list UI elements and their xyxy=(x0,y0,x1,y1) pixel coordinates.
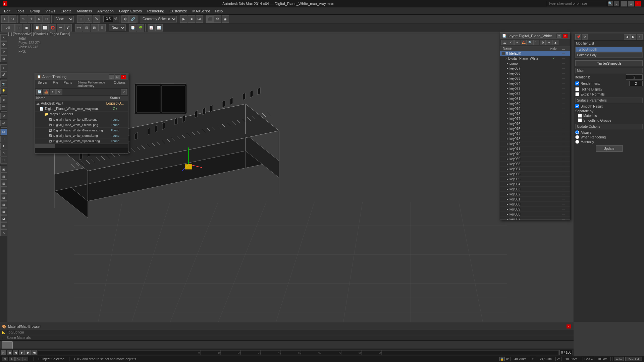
asset-tool-settings[interactable]: ⚙ xyxy=(56,89,62,95)
layer-row-key086[interactable]: ▸key086··· xyxy=(500,71,570,76)
play-backward-btn[interactable]: ⏮ xyxy=(7,350,12,355)
asset-tracking-maximize-btn[interactable]: □ xyxy=(115,74,120,79)
helper-btn[interactable]: ⊕ xyxy=(0,97,7,103)
layer-row-piano-white[interactable]: ▷ Digital_Piano_White ✓ ··· xyxy=(500,56,570,61)
modifier-item-edpoly[interactable]: Editable Poly xyxy=(575,52,643,58)
isoline-check[interactable] xyxy=(575,87,579,91)
layer-row-key080[interactable]: ▸key080··· xyxy=(500,101,570,106)
panel-nav-left[interactable]: ◀ xyxy=(624,34,630,40)
modifier-tab-btn[interactable]: M xyxy=(0,129,7,135)
layer-row-key066[interactable]: ▸key066··· xyxy=(500,172,570,177)
layer-row-key065[interactable]: ▸key065··· xyxy=(500,177,570,182)
mirror-btn[interactable]: ⟺ xyxy=(75,24,83,32)
layer-row-key058[interactable]: ▸key058··· xyxy=(500,212,570,217)
panel-nav-right[interactable]: ▶ xyxy=(630,34,636,40)
frame-input[interactable] xyxy=(559,350,573,355)
layers-close-btn[interactable]: × xyxy=(562,34,568,38)
track1-btn[interactable]: ▣ xyxy=(0,166,7,173)
move-btn[interactable]: ✛ xyxy=(28,15,35,23)
layer-row-key061[interactable]: ▸key061··· xyxy=(500,197,570,202)
rotate-btn[interactable]: ↻ xyxy=(35,15,43,23)
hierarchy-tab-btn[interactable]: H xyxy=(0,136,7,142)
schematic-btn[interactable]: ◎ xyxy=(0,120,7,126)
snap-s-btn[interactable]: S xyxy=(2,357,8,361)
layer-row-key060[interactable]: ▸key060··· xyxy=(500,202,570,207)
layer-row-key059[interactable]: ▸key059··· xyxy=(500,207,570,212)
menu-help[interactable]: Help xyxy=(213,8,226,14)
menu-edit[interactable]: Edit xyxy=(1,8,13,14)
asset-row-specular[interactable]: 🖼 Digital_Piano_White_Specular.png Found xyxy=(35,138,128,144)
menu-modifiers[interactable]: Modifiers xyxy=(74,8,95,14)
asset-row-fresnel[interactable]: 🖼 Digital_Piano_White_Fresnel.png Found xyxy=(35,122,128,128)
track6-btn[interactable]: ▨ xyxy=(0,201,7,208)
link-btn[interactable]: ⛓ xyxy=(121,15,129,23)
asset-tool-help[interactable]: ? xyxy=(121,89,127,95)
scale-btn[interactable]: ⊡ xyxy=(43,15,50,23)
menu-graph-editors[interactable]: Graph Editors xyxy=(116,8,145,14)
menu-group[interactable]: Group xyxy=(27,8,43,14)
layer-tool-sel-objs[interactable]: 🔍 xyxy=(527,40,533,45)
select-tool-btn[interactable]: ↖ xyxy=(0,34,7,41)
layer-row-key085[interactable]: ▸key085··· xyxy=(500,76,570,81)
menu-maxscript[interactable]: MAXScript xyxy=(190,8,213,14)
coord-x-input[interactable] xyxy=(510,357,530,361)
menu-create[interactable]: Create xyxy=(58,8,74,14)
layer-row-key073[interactable]: ▸key073··· xyxy=(500,136,570,141)
snap-btn[interactable]: ⊞ xyxy=(77,15,85,23)
asset-row-normal[interactable]: 🖼 Digital_Piano_White_Normal.png Found xyxy=(35,133,128,138)
display-tab-btn[interactable]: D xyxy=(0,150,7,157)
auto-key-btn[interactable]: Auto xyxy=(614,357,624,361)
layer-row-key084[interactable]: ▸key084··· xyxy=(500,81,570,86)
asset-row-maxfile[interactable]: 📄 Digital_Piano_White_max_vray.max Ok xyxy=(35,106,128,112)
layer-row-key078[interactable]: ▸key078··· xyxy=(500,111,570,116)
track7-btn[interactable]: ▩ xyxy=(0,208,7,215)
track9-btn[interactable]: ◫ xyxy=(0,222,7,229)
select-invert-btn[interactable]: ◼ xyxy=(23,24,30,32)
asset-scrollbar[interactable] xyxy=(35,144,128,148)
modifier-item-turbosmooth[interactable]: TurboSmooth xyxy=(575,47,643,52)
track10-btn[interactable]: ◬ xyxy=(0,229,7,236)
angle-snap-btn[interactable]: ∡ xyxy=(85,15,92,23)
move-tool-btn[interactable]: ✛ xyxy=(0,41,7,48)
update-btn[interactable]: Update xyxy=(596,145,623,152)
dope-sheet-btn[interactable]: 📊 xyxy=(155,24,163,32)
object-type-dropdown[interactable]: Geometry Selection xyxy=(140,16,177,22)
asset-menu-paths[interactable]: Paths xyxy=(61,80,75,88)
place-tool-btn[interactable]: ⬦ xyxy=(0,64,7,71)
panel-nav-home[interactable]: ⌂ xyxy=(637,34,643,40)
space-warp-btn[interactable]: 〰 xyxy=(0,104,7,110)
asset-tool-add[interactable]: + xyxy=(50,89,56,95)
prev-frame-btn[interactable]: ◀ xyxy=(13,350,18,355)
asset-tracking-close-btn[interactable]: × xyxy=(121,74,126,79)
asset-menu-bitmap[interactable]: Bitmap Performance and Memory xyxy=(75,80,111,88)
rotate-tool-btn[interactable]: ↻ xyxy=(0,48,7,55)
layer-row-key070[interactable]: ▸key070··· xyxy=(500,152,570,157)
layer-tool-collapse[interactable]: ▲ xyxy=(552,40,558,45)
layer-row-key074[interactable]: ▸key074··· xyxy=(500,131,570,136)
select-region-paint[interactable]: 🖌 xyxy=(64,24,72,32)
select-none-btn[interactable]: ◻ xyxy=(15,24,22,32)
layer-row-key063[interactable]: ▸key063··· xyxy=(500,187,570,192)
layer-row-key068[interactable]: ▸key068··· xyxy=(500,162,570,167)
quick-align-btn[interactable]: ⊠ xyxy=(91,24,98,32)
smooth-result-check[interactable] xyxy=(575,104,579,108)
layer-row-key062[interactable]: ▸key062··· xyxy=(500,192,570,197)
redo-btn[interactable]: ↪ xyxy=(9,15,16,23)
grid-value-input[interactable] xyxy=(594,357,611,361)
render-setup-btn[interactable]: ⚙ xyxy=(214,15,221,23)
layer-tool-sel-layer[interactable]: ⬛ xyxy=(533,40,539,45)
menu-customize[interactable]: Customize xyxy=(167,8,190,14)
scene-explorer-btn[interactable]: 🌳 xyxy=(137,24,144,32)
timeline-track-area[interactable]: 0 10 20 30 40 50 60 70 80 90 xyxy=(38,350,559,355)
layer-tool-expand[interactable]: ▼ xyxy=(546,40,552,45)
asset-tool-export[interactable]: 📤 xyxy=(43,89,49,95)
menu-views[interactable]: Views xyxy=(43,8,58,14)
snap-a-btn[interactable]: A xyxy=(9,357,15,361)
stop-btn[interactable]: ■ xyxy=(188,15,195,23)
layer-tool-del[interactable]: ✕ xyxy=(508,40,514,45)
track3-btn[interactable]: ▥ xyxy=(0,180,7,187)
pin-btn[interactable]: 📌 xyxy=(575,34,581,40)
paint-tool-btn[interactable]: 🖌 xyxy=(0,71,7,78)
asset-row-diffuse[interactable]: 🖼 Digital_Piano_White_Diffuse.png Found xyxy=(35,117,128,122)
search-btn[interactable]: 🔍 xyxy=(608,1,613,6)
